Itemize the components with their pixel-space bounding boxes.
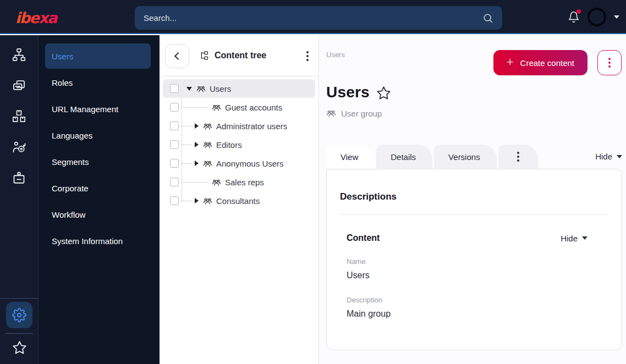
- sidebar-item-corporate[interactable]: Corporate: [45, 175, 151, 201]
- admin-settings-button[interactable]: [6, 302, 32, 328]
- tree-item-label: Editors: [216, 140, 242, 150]
- sidebar-item-roles[interactable]: Roles: [45, 70, 151, 95]
- more-actions-button[interactable]: [597, 50, 622, 75]
- tree-item-label: Guest accounts: [225, 103, 282, 112]
- tree-connector-line: [182, 126, 195, 126]
- field-value: Users: [347, 271, 602, 280]
- checkbox[interactable]: [170, 159, 179, 168]
- tree-item-label: Users: [210, 84, 231, 93]
- tab-details[interactable]: Details: [376, 145, 432, 169]
- sidebar-item-workflow[interactable]: Workflow: [45, 202, 151, 227]
- field-description: Description Main group: [347, 296, 602, 319]
- tab-view[interactable]: View: [326, 145, 375, 169]
- header-actions: + Create content: [493, 50, 622, 75]
- sitemap-icon[interactable]: [11, 46, 28, 63]
- plus-icon: +: [507, 56, 514, 68]
- bookmark-star-icon[interactable]: [376, 86, 391, 101]
- tree-connector-line: [182, 182, 207, 183]
- sidebar-item-label: Corporate: [52, 184, 89, 193]
- create-content-button[interactable]: + Create content: [493, 50, 587, 75]
- tree-item-anonymous-users[interactable]: Anonymous Users: [163, 154, 315, 173]
- sidebar-item-system-information[interactable]: System Information: [45, 228, 151, 253]
- content-tree-panel: Content tree Users Guest accounts: [160, 35, 319, 364]
- content-type-badge: User group: [326, 108, 382, 118]
- content-tree-list: Users Guest accounts Administrator users: [160, 76, 319, 210]
- content-tree-header: Content tree: [160, 35, 319, 76]
- tree-item-administrator-users[interactable]: Administrator users: [163, 117, 315, 135]
- ibexa-logo[interactable]: ibexa: [14, 8, 75, 27]
- id-badge-icon[interactable]: [11, 169, 28, 186]
- checkbox[interactable]: [170, 196, 179, 205]
- tree-item-users[interactable]: Users: [163, 79, 315, 98]
- caret-collapsed-icon[interactable]: [195, 142, 199, 147]
- caret-expanded-icon[interactable]: [186, 87, 192, 91]
- breadcrumb[interactable]: Users: [326, 51, 345, 59]
- chevron-left-icon: [174, 52, 182, 60]
- tree-connector-line: [182, 107, 207, 108]
- rail-divider: [0, 298, 39, 299]
- sidebar-item-label: Languages: [52, 131, 92, 140]
- gear-icon: [12, 308, 26, 322]
- top-bar: ibexa: [0, 0, 626, 34]
- checkbox[interactable]: [170, 140, 179, 149]
- tree-options-button[interactable]: [306, 51, 309, 61]
- hide-label: Hide: [595, 152, 612, 161]
- tab-label: View: [341, 152, 358, 162]
- user-group-icon: [203, 196, 212, 206]
- icon-rail: [0, 35, 39, 364]
- field-value: Main group: [347, 309, 602, 319]
- caret-down-icon[interactable]: [614, 15, 619, 19]
- sidebar-item-url-management[interactable]: URL Management: [45, 96, 151, 122]
- descriptions-heading: Descriptions: [340, 191, 608, 202]
- bookmarks-button[interactable]: [12, 340, 27, 355]
- field-label: Description: [347, 296, 602, 304]
- tab-versions[interactable]: Versions: [434, 145, 497, 169]
- caret-collapsed-icon[interactable]: [195, 123, 199, 129]
- content-tree-title-text: Content tree: [215, 51, 266, 60]
- logo-text: ibexa: [15, 9, 58, 26]
- user-group-icon: [326, 108, 336, 118]
- search-input[interactable]: [144, 13, 482, 23]
- sidebar-item-users[interactable]: Users: [45, 43, 151, 69]
- hide-panel-toggle[interactable]: Hide: [595, 152, 622, 161]
- sidebar-item-label: Users: [52, 52, 73, 61]
- segments-target-icon[interactable]: [11, 139, 28, 155]
- search-icon[interactable]: [482, 13, 493, 24]
- ibexa-admin-app: ibexa: [0, 0, 626, 364]
- caret-collapsed-icon[interactable]: [195, 161, 199, 166]
- tree-item-label: Sales reps: [225, 178, 264, 187]
- admin-sidebar: Users Roles URL Management Languages Seg…: [39, 35, 160, 364]
- page-title: Users: [326, 84, 370, 101]
- field-label: Name: [347, 257, 602, 266]
- tab-more[interactable]: [498, 145, 538, 169]
- notifications-button[interactable]: [568, 11, 580, 23]
- content-section-title: Content: [347, 233, 380, 243]
- sidebar-item-label: Workflow: [52, 210, 85, 219]
- sidebar-item-segments[interactable]: Segments: [45, 149, 151, 174]
- collapse-tree-button[interactable]: [165, 44, 189, 68]
- content-type-label: User group: [341, 109, 382, 118]
- user-group-icon: [212, 103, 221, 112]
- tree-item-sales-reps[interactable]: Sales reps: [163, 173, 315, 191]
- tree-item-editors[interactable]: Editors: [163, 135, 315, 154]
- kebab-menu-icon: [517, 152, 519, 162]
- tree-item-consultants[interactable]: Consultants: [163, 191, 315, 210]
- tree-item-guest-accounts[interactable]: Guest accounts: [163, 98, 315, 117]
- avatar[interactable]: [587, 8, 606, 26]
- pages-icon[interactable]: [11, 77, 28, 93]
- caret-down-icon: [617, 155, 622, 158]
- user-group-icon: [203, 140, 212, 150]
- hide-label: Hide: [561, 234, 578, 243]
- star-icon: [12, 340, 27, 355]
- caret-collapsed-icon[interactable]: [195, 198, 199, 203]
- products-icon[interactable]: [11, 108, 28, 124]
- tab-label: Versions: [448, 152, 480, 162]
- checkbox[interactable]: [170, 178, 179, 186]
- sidebar-item-languages[interactable]: Languages: [45, 123, 151, 148]
- checkbox[interactable]: [170, 84, 179, 93]
- checkbox[interactable]: [170, 122, 179, 130]
- hide-section-toggle[interactable]: Hide: [561, 234, 587, 243]
- tree-item-label: Administrator users: [216, 122, 287, 131]
- divider: [340, 214, 608, 215]
- checkbox[interactable]: [170, 103, 179, 112]
